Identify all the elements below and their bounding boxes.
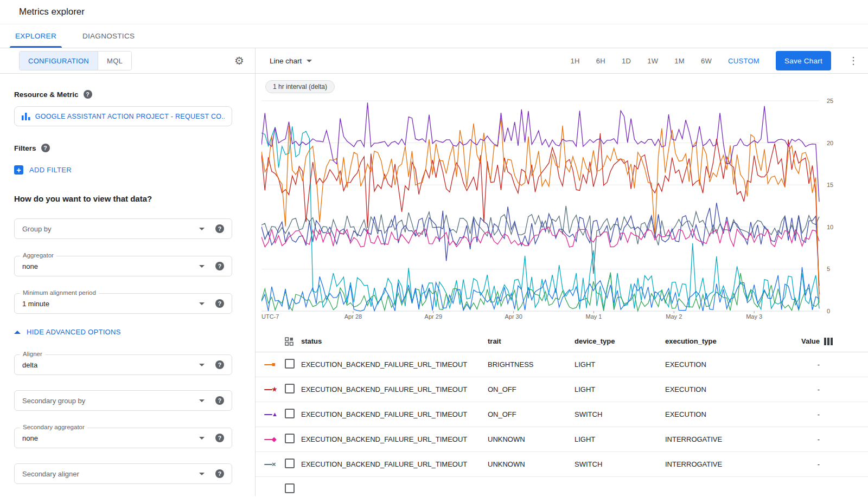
chevron-down-icon <box>199 399 205 402</box>
row-checkbox[interactable] <box>285 434 295 443</box>
row-checkbox[interactable] <box>285 359 295 369</box>
table-row[interactable]: ■ EXECUTION_BACKEND_FAILURE_URL_TIMEOUT … <box>256 352 868 377</box>
aligner-value: delta <box>22 361 199 369</box>
min-alignment-dropdown[interactable]: Minimum alignment period 1 minute ? <box>14 293 232 314</box>
series-marker-icon: ◆ <box>264 436 279 442</box>
secondary-aggregator-dropdown[interactable]: Secondary aggregator none ? <box>14 428 232 448</box>
svg-text:10: 10 <box>827 224 833 230</box>
cell-device-type: LIGHT <box>575 360 665 369</box>
chart-type-dropdown[interactable]: Line chart <box>270 57 312 65</box>
range-1d[interactable]: 1D <box>622 57 631 65</box>
mql-tab[interactable]: MQL <box>98 51 131 70</box>
secondary-aggregator-value: none <box>22 434 199 442</box>
col-status[interactable]: status <box>301 337 488 345</box>
help-icon[interactable]: ? <box>215 434 224 442</box>
line-chart[interactable]: 2520151050UTC-7Apr 28Apr 29Apr 30May 1Ma… <box>261 96 853 321</box>
column-settings-icon[interactable] <box>824 338 833 345</box>
table-row-partial[interactable] <box>256 477 868 496</box>
sidebar-header: CONFIGURATION MQL ⚙ <box>0 48 255 74</box>
cell-value: - <box>790 460 820 468</box>
help-icon[interactable]: ? <box>215 396 224 405</box>
help-icon[interactable]: ? <box>215 299 224 308</box>
chevron-down-icon <box>307 60 312 62</box>
table-row[interactable]: ▲ EXECUTION_BACKEND_FAILURE_URL_TIMEOUT … <box>256 402 868 427</box>
help-icon[interactable]: ? <box>215 469 224 478</box>
top-tab-bar: EXPLORER DIAGNOSTICS <box>0 24 868 48</box>
help-icon[interactable]: ? <box>215 262 224 270</box>
range-1m[interactable]: 1M <box>674 57 685 65</box>
chart-toolbar: Line chart 1H 6H 1D 1W 1M 6W CUSTOM Save… <box>256 48 868 74</box>
col-execution-type[interactable]: execution_type <box>665 337 790 345</box>
svg-text:25: 25 <box>827 98 833 104</box>
svg-text:20: 20 <box>827 140 833 146</box>
legend-toggle-icon[interactable] <box>285 337 293 346</box>
settings-gear-icon[interactable]: ⚙ <box>234 55 244 66</box>
svg-text:May 2: May 2 <box>666 313 682 320</box>
range-custom[interactable]: CUSTOM <box>728 57 760 65</box>
chart-panel: Line chart 1H 6H 1D 1W 1M 6W CUSTOM Save… <box>256 48 868 496</box>
help-icon[interactable]: ? <box>84 90 92 99</box>
row-checkbox[interactable] <box>285 409 295 418</box>
cell-status: EXECUTION_BACKEND_FAILURE_URL_TIMEOUT <box>301 360 488 369</box>
add-filter-button[interactable]: + ADD FILTER <box>14 165 72 175</box>
row-checkbox[interactable] <box>285 483 295 493</box>
cell-execution-type: EXECUTION <box>665 385 790 393</box>
cell-status: EXECUTION_BACKEND_FAILURE_URL_TIMEOUT <box>301 410 488 418</box>
cell-device-type: LIGHT <box>575 385 665 393</box>
cell-value: - <box>790 435 820 443</box>
cell-value: - <box>790 360 820 369</box>
col-trait[interactable]: trait <box>488 337 575 345</box>
resource-metric-value: GOOGLE ASSISTANT ACTION PROJECT - REQUES… <box>35 113 225 120</box>
row-checkbox[interactable] <box>285 459 295 468</box>
range-6w[interactable]: 6W <box>701 57 712 65</box>
svg-text:5: 5 <box>827 266 830 272</box>
range-1w[interactable]: 1W <box>647 57 658 65</box>
resource-metric-label: Resource & Metric <box>14 91 79 99</box>
view-data-question: How do you want to view that data? <box>14 194 255 203</box>
table-row[interactable]: ★ EXECUTION_BACKEND_FAILURE_URL_TIMEOUT … <box>256 377 868 402</box>
series-marker-icon: ▲ <box>264 411 279 417</box>
time-range-group: 1H 6H 1D 1W 1M 6W CUSTOM Save Chart ⋮ <box>571 51 860 70</box>
cell-execution-type: EXECUTION <box>665 360 790 369</box>
aggregator-dropdown[interactable]: Aggregator none ? <box>14 256 232 276</box>
cell-status: EXECUTION_BACKEND_FAILURE_URL_TIMEOUT <box>301 435 488 443</box>
configuration-tab[interactable]: CONFIGURATION <box>20 51 98 70</box>
aligner-dropdown[interactable]: Aligner delta ? <box>14 354 232 375</box>
resource-metric-button[interactable]: GOOGLE ASSISTANT ACTION PROJECT - REQUES… <box>14 106 232 126</box>
help-icon[interactable]: ? <box>41 144 50 152</box>
sidebar-content: Resource & Metric ? GOOGLE ASSISTANT ACT… <box>0 74 255 484</box>
series-marker-icon: × <box>264 461 279 468</box>
min-alignment-value: 1 minute <box>22 300 199 308</box>
app-header: Metrics explorer <box>0 0 868 24</box>
secondary-aligner-dropdown[interactable]: Secondary aligner ? <box>14 463 232 484</box>
save-chart-button[interactable]: Save Chart <box>776 51 831 70</box>
cell-trait: UNKNOWN <box>488 460 575 468</box>
cell-execution-type: EXECUTION <box>665 410 790 418</box>
svg-text:Apr 28: Apr 28 <box>344 313 362 320</box>
legend-table-body: ■ EXECUTION_BACKEND_FAILURE_URL_TIMEOUT … <box>256 352 868 477</box>
min-alignment-label: Minimum alignment period <box>20 289 99 296</box>
row-checkbox[interactable] <box>285 384 295 393</box>
help-icon[interactable]: ? <box>215 224 224 233</box>
col-value[interactable]: Value <box>790 337 820 345</box>
mode-toggle: CONFIGURATION MQL <box>19 51 132 70</box>
bar-chart-icon <box>22 113 30 120</box>
more-options-kebab-icon[interactable]: ⋮ <box>847 55 859 67</box>
tab-explorer[interactable]: EXPLORER <box>2 24 69 48</box>
chevron-down-icon <box>199 437 205 440</box>
range-1h[interactable]: 1H <box>571 57 580 65</box>
tab-diagnostics[interactable]: DIAGNOSTICS <box>69 24 148 48</box>
help-icon[interactable]: ? <box>215 360 224 369</box>
main-area: CONFIGURATION MQL ⚙ Resource & Metric ? … <box>0 48 868 496</box>
group-by-dropdown[interactable]: Group by ? <box>14 218 232 239</box>
chevron-down-icon <box>199 364 205 366</box>
series-marker-icon: ■ <box>264 362 279 367</box>
range-6h[interactable]: 6H <box>596 57 605 65</box>
table-row[interactable]: ◆ EXECUTION_BACKEND_FAILURE_URL_TIMEOUT … <box>256 427 868 452</box>
col-device-type[interactable]: device_type <box>575 337 665 345</box>
hide-advanced-options-toggle[interactable]: HIDE ADVANCED OPTIONS <box>14 328 121 336</box>
secondary-group-by-dropdown[interactable]: Secondary group by ? <box>14 390 232 411</box>
cell-device-type: SWITCH <box>575 410 665 418</box>
table-row[interactable]: × EXECUTION_BACKEND_FAILURE_URL_TIMEOUT … <box>256 452 868 477</box>
chart-area: 1 hr interval (delta) 2520151050UTC-7Apr… <box>256 74 868 321</box>
